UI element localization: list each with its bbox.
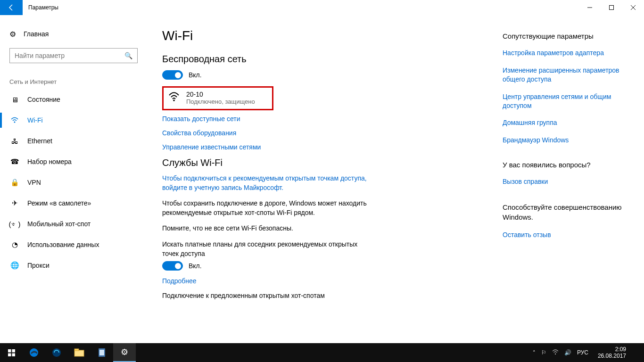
nav-home-label: Главная (24, 30, 49, 38)
datausage-icon: ◔ (10, 240, 19, 249)
tray-volume-icon[interactable]: 🔊 (564, 349, 571, 356)
search-box[interactable]: 🔍 (9, 48, 138, 63)
taskbar-edge[interactable] (23, 343, 45, 362)
titlebar: Параметры (0, 0, 644, 15)
link-homegroup[interactable]: Домашняя группа (503, 118, 635, 127)
link-network-center[interactable]: Центр управления сетями и общим доступом (503, 92, 635, 110)
svg-rect-15 (99, 350, 104, 355)
tray-time: 2:09 (598, 346, 626, 353)
sidebar-label: VPN (27, 179, 41, 186)
link-signin[interactable]: Чтобы подключиться к рекомендуемым откры… (162, 174, 370, 192)
airplane-icon: ✈ (10, 199, 19, 207)
wireless-heading: Беспроводная сеть (162, 54, 493, 65)
status-icon: 🖥 (10, 96, 19, 104)
network-name: 20-10 (186, 90, 255, 98)
svg-rect-13 (74, 349, 79, 351)
tray-wifi-icon[interactable] (552, 349, 559, 356)
minimize-button[interactable] (579, 0, 601, 15)
taskbar: ⚙ ˄ ⚐ 🔊 РУС 2:09 26.08.2017 (0, 343, 644, 362)
sidebar-item-vpn[interactable]: 🔒 VPN (9, 172, 151, 193)
sidebar-label: Wi-Fi (27, 116, 43, 124)
svg-point-11 (52, 348, 61, 357)
gear-icon: ⚙ (9, 30, 16, 39)
sidebar-label: Мобильный хот-спот (27, 220, 91, 228)
svg-rect-7 (12, 349, 15, 353)
link-feedback[interactable]: Оставить отзыв (503, 230, 635, 239)
sidebar-item-hotspot[interactable]: (ᯤ) Мобильный хот-спот (9, 214, 151, 234)
sidebar-item-dialup[interactable]: ☎ Набор номера (9, 151, 151, 172)
tray-security-icon[interactable]: ⚐ (541, 349, 546, 356)
sidebar-category: Сеть и Интернет (9, 78, 151, 85)
system-tray: ˄ ⚐ 🔊 РУС 2:09 26.08.2017 (533, 343, 644, 362)
nav-home[interactable]: ⚙ Главная (9, 25, 151, 43)
link-manage-known[interactable]: Управление известными сетями (162, 143, 493, 151)
svg-rect-1 (610, 6, 614, 10)
services-heading: Службы Wi-Fi (162, 157, 493, 168)
network-status: Подключено, защищено (186, 98, 255, 105)
services-p1: Чтобы сохранить подключение в дороге, Wi… (162, 199, 370, 217)
sidebar-label: Состояние (27, 96, 60, 103)
svg-point-4 (14, 122, 16, 123)
svg-point-5 (173, 99, 175, 101)
taskbar-settings[interactable]: ⚙ (113, 343, 136, 362)
sidebar-item-status[interactable]: 🖥 Состояние (9, 89, 151, 110)
show-desktop[interactable] (636, 343, 642, 362)
wifi-icon (10, 117, 19, 123)
sidebar-item-proxy[interactable]: 🌐 Прокси (9, 255, 151, 276)
connected-network[interactable]: 20-10 Подключено, защищено (162, 86, 273, 110)
tray-overflow-icon[interactable]: ˄ (533, 350, 536, 356)
link-firewall[interactable]: Брандмауэр Windows (503, 136, 635, 145)
link-show-networks[interactable]: Показать доступные сети (162, 115, 493, 123)
sidebar-item-wifi[interactable]: Wi-Fi (9, 110, 151, 131)
related-heading: Сопутствующие параметры (503, 32, 635, 40)
link-sharing-settings[interactable]: Изменение расширенных параметров общего … (503, 66, 635, 84)
svg-rect-9 (12, 353, 15, 356)
improve-heading: Способствуйте совершенствованию Windows. (503, 202, 635, 222)
link-more[interactable]: Подробнее (162, 277, 493, 285)
services-p4: Подключение к предложенным открытым хот-… (162, 291, 370, 301)
maximize-button[interactable] (601, 0, 622, 15)
sidebar-label: Набор номера (27, 158, 72, 165)
svg-rect-6 (8, 349, 11, 353)
svg-rect-8 (8, 353, 11, 356)
search-icon: 🔍 (124, 52, 132, 59)
tray-date: 26.08.2017 (598, 353, 626, 359)
tray-language[interactable]: РУС (577, 349, 588, 356)
taskbar-explorer[interactable] (68, 343, 91, 362)
sidebar-label: Использование данных (27, 241, 99, 248)
sidebar-item-ethernet[interactable]: 🖧 Ethernet (9, 131, 151, 151)
dialup-icon: ☎ (10, 157, 19, 166)
tray-clock[interactable]: 2:09 26.08.2017 (594, 346, 630, 360)
svg-rect-12 (74, 350, 84, 356)
paid-plans-toggle[interactable] (162, 261, 183, 271)
link-help[interactable]: Вызов справки (503, 177, 635, 186)
wifi-toggle[interactable] (162, 70, 183, 80)
wifi-toggle-label: Вкл. (189, 71, 202, 79)
back-button[interactable] (0, 0, 23, 15)
sidebar-label: Режим «в самолете» (27, 199, 91, 207)
link-hw-props[interactable]: Свойства оборудования (162, 129, 493, 137)
vpn-icon: 🔒 (10, 178, 19, 187)
questions-heading: У вас появились вопросы? (503, 161, 635, 169)
paid-plans-toggle-label: Вкл. (189, 262, 202, 270)
proxy-icon: 🌐 (10, 261, 19, 270)
start-button[interactable] (0, 343, 23, 362)
services-p3: Искать платные планы для соседних рекоме… (162, 240, 370, 258)
sidebar-label: Ethernet (27, 137, 52, 145)
taskbar-app1[interactable] (45, 343, 68, 362)
ethernet-icon: 🖧 (10, 137, 19, 145)
sidebar-item-datausage[interactable]: ◔ Использование данных (9, 234, 151, 255)
sidebar-item-airplane[interactable]: ✈ Режим «в самолете» (9, 193, 151, 214)
search-input[interactable] (15, 52, 124, 59)
wifi-signal-icon (168, 91, 180, 104)
services-p2: Помните, что не все сети Wi-Fi безопасны… (162, 224, 370, 233)
taskbar-notepad[interactable] (91, 343, 113, 362)
window-title: Параметры (28, 4, 58, 11)
svg-point-16 (555, 354, 556, 354)
sidebar: ⚙ Главная 🔍 Сеть и Интернет 🖥 Состояние … (0, 15, 151, 343)
main-panel: Wi-Fi Беспроводная сеть Вкл. 20-10 Подкл… (151, 15, 503, 343)
page-title: Wi-Fi (162, 28, 493, 43)
link-adapter-settings[interactable]: Настройка параметров адаптера (503, 49, 635, 58)
close-button[interactable] (622, 0, 644, 15)
sidebar-label: Прокси (27, 262, 50, 269)
